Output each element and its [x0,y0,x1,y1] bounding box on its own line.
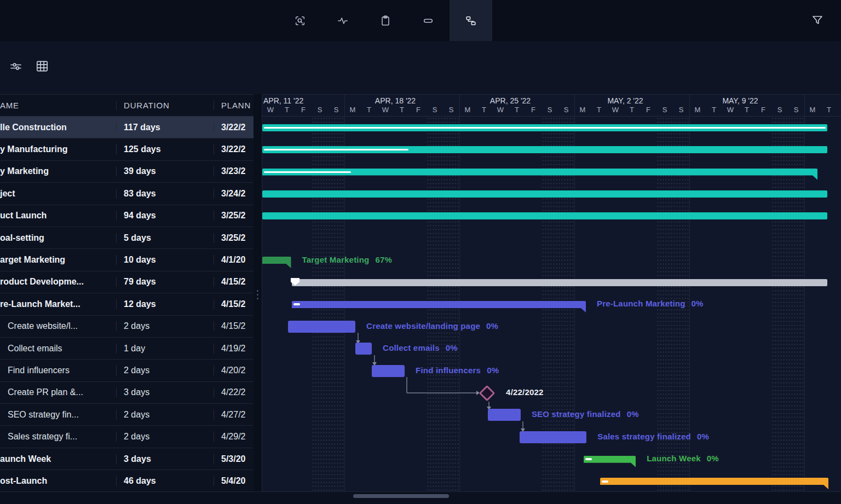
table-row[interactable]: lle Construction117 days3/22/2 [0,117,254,138]
gantt-bar[interactable] [355,343,372,355]
table-row[interactable]: uct Launch94 days3/25/2 [0,205,254,227]
task-duration-cell[interactable]: 94 days [116,211,214,221]
progress-handle[interactable] [585,458,592,460]
task-name-cell[interactable]: lle Construction [0,123,116,132]
task-planned-cell[interactable]: 4/15/2 [214,321,254,331]
document-search-icon[interactable] [279,0,321,41]
filter-icon[interactable] [805,8,830,33]
task-name-cell[interactable]: y Marketing [0,166,116,176]
hierarchy-icon[interactable] [450,0,492,41]
task-duration-cell[interactable]: 46 days [116,476,214,486]
task-duration-cell[interactable]: 5 days [116,233,214,243]
table-row[interactable]: roduct Developme...79 days4/15/2 [0,271,254,293]
task-name-cell[interactable]: ject [0,189,116,199]
task-name-cell[interactable]: Create PR plan &... [0,387,116,397]
start-marker[interactable] [291,278,299,286]
milestone-diamond[interactable] [479,385,495,401]
task-name-cell[interactable]: arget Marketing [0,255,116,265]
gantt-bar[interactable] [262,190,827,198]
table-row[interactable]: arget Marketing10 days4/1/20 [0,249,254,271]
table-row[interactable]: Sales strategy fi...2 days4/29/2 [0,426,254,448]
task-duration-cell[interactable]: 1 day [116,344,214,354]
gantt-bar[interactable] [520,431,586,443]
column-header-name[interactable]: AME [0,101,116,110]
task-duration-cell[interactable]: 2 days [116,432,214,442]
gantt-bar[interactable] [288,321,355,333]
task-planned-cell[interactable]: 3/25/2 [214,233,254,243]
day-letter: M [574,106,591,114]
task-planned-cell[interactable]: 4/19/2 [214,344,254,354]
task-name-cell[interactable]: Sales strategy fi... [0,432,116,442]
table-row[interactable]: Find influencers2 days4/20/2 [0,360,254,381]
task-duration-cell[interactable]: 3 days [116,454,214,464]
table-row[interactable]: re-Launch Market...12 days4/15/2 [0,293,254,315]
gantt-bar[interactable] [372,365,405,377]
gantt-bar[interactable] [262,146,827,153]
task-name-cell[interactable]: oal-setting [0,233,116,243]
task-planned-cell[interactable]: 5/3/20 [214,454,254,464]
table-row[interactable]: y Manufacturing125 days3/22/2 [0,138,254,160]
task-duration-cell[interactable]: 125 days [116,144,214,154]
task-duration-cell[interactable]: 2 days [116,366,214,375]
clipboard-icon[interactable] [364,0,407,41]
view-settings-icon[interactable] [3,54,28,79]
task-duration-cell[interactable]: 83 days [116,189,214,199]
table-row[interactable]: Collect emails1 day4/19/2 [0,338,254,360]
table-row[interactable]: ject83 days3/24/2 [0,183,254,205]
task-name-cell[interactable]: aunch Week [0,454,116,464]
task-planned-cell[interactable]: 4/15/2 [214,299,254,309]
gantt-bar[interactable] [262,169,817,180]
task-name-cell[interactable]: Collect emails [0,344,116,354]
gantt-bar[interactable] [488,409,521,421]
task-name-cell[interactable]: Create website/l... [0,321,116,331]
gantt-bar[interactable] [262,212,827,219]
task-planned-cell[interactable]: 4/29/2 [214,432,254,442]
table-row[interactable]: Create website/l...2 days4/15/2 [0,316,254,338]
task-name-cell[interactable]: SEO strategy fin... [0,410,116,420]
task-planned-cell[interactable]: 3/25/2 [214,211,254,221]
progress-handle[interactable] [293,303,300,305]
table-row[interactable]: SEO strategy fin...2 days4/27/2 [0,404,254,426]
activity-icon[interactable] [321,0,364,41]
task-planned-cell[interactable]: 4/1/20 [214,255,254,265]
task-planned-cell[interactable]: 4/22/2 [214,387,254,397]
task-duration-cell[interactable]: 2 days [116,321,214,331]
column-header-planned[interactable]: PLANN [214,101,254,110]
gantt-bar[interactable] [262,124,827,131]
task-planned-cell[interactable]: 3/23/2 [214,166,254,176]
progress-handle[interactable] [602,480,608,483]
gantt-bar[interactable] [584,456,636,467]
task-duration-cell[interactable]: 12 days [116,299,214,309]
table-row[interactable]: aunch Week3 days5/3/20 [0,448,254,470]
table-row[interactable]: y Marketing39 days3/23/2 [0,161,254,183]
task-planned-cell[interactable]: 3/24/2 [214,189,254,199]
task-name-cell[interactable]: ost-Launch [0,476,116,486]
gantt-bar[interactable] [262,257,291,268]
task-planned-cell[interactable]: 4/27/2 [214,410,254,420]
task-duration-cell[interactable]: 39 days [116,166,214,176]
panel-resize-handle[interactable] [254,94,262,492]
task-name-cell[interactable]: roduct Developme... [0,277,116,287]
table-row[interactable]: ost-Launch46 days5/4/20 [0,470,254,492]
table-row[interactable]: oal-setting5 days3/25/2 [0,227,254,249]
task-duration-cell[interactable]: 10 days [116,255,214,265]
table-grid-icon[interactable] [30,54,55,79]
task-planned-cell[interactable]: 4/20/2 [214,366,254,375]
horizontal-scrollbar[interactable] [353,494,449,498]
table-row[interactable]: Create PR plan &...3 days4/22/2 [0,382,254,404]
task-duration-cell[interactable]: 2 days [116,410,214,420]
task-planned-cell[interactable]: 3/22/2 [214,144,254,154]
task-name-cell[interactable]: y Manufacturing [0,144,116,154]
task-duration-cell[interactable]: 79 days [116,277,214,287]
task-duration-cell[interactable]: 117 days [116,123,214,132]
task-planned-cell[interactable]: 4/15/2 [214,277,254,287]
task-planned-cell[interactable]: 5/4/20 [214,476,254,486]
task-duration-cell[interactable]: 3 days [116,387,214,397]
pill-icon[interactable] [407,0,450,41]
task-planned-cell[interactable]: 3/22/2 [214,123,254,132]
task-name-cell[interactable]: Find influencers [0,366,116,375]
column-header-duration[interactable]: DURATION [116,101,214,110]
task-name-cell[interactable]: uct Launch [0,211,116,221]
gantt-bar[interactable] [292,279,827,286]
task-name-cell[interactable]: re-Launch Market... [0,299,116,309]
